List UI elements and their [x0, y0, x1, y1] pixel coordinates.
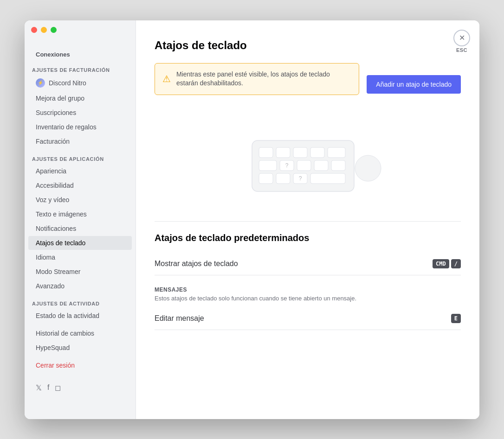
sidebar-item-apariencia[interactable]: Apariencia [28, 164, 132, 178]
key-slash: / [451, 259, 461, 268]
add-shortcut-button[interactable]: Añadir un atajo de teclado [367, 75, 461, 94]
sidebar-item-label: Suscripciones [36, 109, 76, 116]
svg-rect-10 [314, 160, 328, 171]
sidebar-item-label: Accesibilidad [36, 182, 74, 189]
svg-rect-5 [328, 147, 345, 158]
keyboard-svg: ? ? [233, 127, 382, 203]
fullscreen-traffic-light[interactable] [51, 27, 57, 33]
sidebar-item-label: Apariencia [36, 167, 66, 175]
close-button[interactable]: ✕ [453, 30, 470, 46]
shortcut-keys-editar: E [451, 314, 461, 323]
svg-rect-1 [259, 147, 273, 158]
traffic-lights [31, 27, 57, 33]
sidebar-item-modo-streamer[interactable]: Modo Streamer [28, 265, 132, 279]
svg-rect-4 [310, 147, 324, 158]
sidebar-item-label: Facturación [36, 138, 70, 145]
close-traffic-light[interactable] [31, 27, 37, 33]
warning-icon: ⚠ [162, 73, 171, 84]
default-shortcuts-title: Atajos de teclado predeterminados [155, 233, 461, 243]
warning-text: Mientras este panel esté visible, los at… [176, 70, 351, 88]
app-section-label: AJUSTES DE APLICACIÓN [25, 149, 136, 164]
sidebar-item-label: Modo Streamer [36, 268, 80, 275]
sidebar-item-label: Texto e imágenes [36, 210, 87, 218]
svg-rect-3 [293, 147, 307, 158]
activity-section-label: AJUSTES DE ACTIVIDAD [25, 293, 136, 308]
nitro-icon: ⚡ [36, 78, 45, 88]
svg-text:?: ? [299, 175, 302, 182]
svg-rect-13 [276, 173, 290, 184]
sidebar-item-logout[interactable]: Cerrar sesión [28, 358, 132, 372]
sidebar-item-accesibilidad[interactable]: Accesibilidad [28, 178, 132, 192]
svg-rect-6 [259, 160, 277, 171]
shortcut-row-mostrar: Mostrar atajos de teclado CMD / [155, 253, 461, 275]
sidebar-item-discord-nitro[interactable]: ⚡ Discord Nitro [28, 75, 132, 91]
svg-point-17 [355, 155, 381, 181]
twitter-icon[interactable]: 𝕏 [36, 383, 42, 392]
sidebar-item-voz-video[interactable]: Voz y vídeo [28, 193, 132, 207]
sidebar-item-facturacion[interactable]: Facturación [28, 134, 132, 148]
connections-label: Conexiones [25, 44, 136, 60]
sidebar-item-label: Notificaciones [36, 225, 76, 232]
sidebar-item-hypesquad[interactable]: HypeSquad [28, 341, 132, 355]
sidebar-item-label: Avanzado [36, 282, 65, 290]
billing-section-label: AJUSTES DE FACTURACIÓN [25, 60, 136, 75]
page-title: Atajos de teclado [155, 39, 461, 52]
sidebar-item-suscripciones[interactable]: Suscripciones [28, 106, 132, 120]
svg-rect-2 [276, 147, 290, 158]
warning-row: ⚠ Mientras este panel esté visible, los … [155, 63, 461, 106]
sidebar-item-label: Estado de la actividad [36, 312, 99, 319]
messages-section-description: Estos atajos de teclado solo funcionan c… [155, 295, 461, 302]
warning-banner: ⚠ Mientras este panel esté visible, los … [155, 63, 359, 95]
sidebar-item-atajos-teclado[interactable]: Atajos de teclado [28, 236, 132, 250]
svg-rect-12 [259, 173, 273, 184]
sidebar-item-label: Voz y vídeo [36, 196, 69, 204]
facebook-icon[interactable]: f [47, 383, 49, 392]
main-content: ✕ ESC Atajos de teclado ⚠ Mientras este … [136, 20, 479, 419]
social-links: 𝕏 f ◻ [25, 376, 136, 400]
shortcut-keys-mostrar: CMD / [433, 259, 461, 268]
key-cmd: CMD [433, 259, 449, 268]
shortcut-row-editar: Editar mensaje E [155, 307, 461, 330]
minimize-traffic-light[interactable] [41, 27, 47, 33]
sidebar-item-label: Discord Nitro [49, 79, 86, 87]
sidebar-item-label: Atajos de teclado [36, 239, 85, 247]
messages-section-label: MENSAJES [155, 286, 461, 293]
esc-label: ESC [456, 47, 467, 53]
sidebar-item-inventario-regalos[interactable]: Inventario de regalos [28, 120, 132, 134]
section-divider [155, 221, 461, 222]
keyboard-illustration: ? ? [155, 117, 461, 216]
settings-window: Conexiones AJUSTES DE FACTURACIÓN ⚡ Disc… [25, 20, 479, 419]
messages-section: MENSAJES Estos atajos de teclado solo fu… [155, 286, 461, 330]
sidebar: Conexiones AJUSTES DE FACTURACIÓN ⚡ Disc… [25, 20, 136, 419]
sidebar-item-label: HypeSquad [36, 344, 70, 351]
instagram-icon[interactable]: ◻ [55, 383, 61, 392]
shortcut-label-editar: Editar mensaje [155, 314, 204, 323]
key-e: E [451, 314, 461, 323]
svg-rect-16 [310, 173, 345, 184]
logout-label: Cerrar sesión [36, 362, 75, 369]
sidebar-item-estado-actividad[interactable]: Estado de la actividad [28, 309, 132, 323]
sidebar-item-texto-imagenes[interactable]: Texto e imágenes [28, 207, 132, 221]
sidebar-item-label: Mejora del grupo [36, 95, 84, 102]
sidebar-item-label: Inventario de regalos [36, 123, 97, 131]
sidebar-item-label: Historial de cambios [36, 330, 94, 337]
svg-rect-9 [297, 160, 311, 171]
sidebar-item-historial-cambios[interactable]: Historial de cambios [28, 326, 132, 340]
sidebar-item-idioma[interactable]: Idioma [28, 250, 132, 264]
shortcut-label-mostrar: Mostrar atajos de teclado [155, 260, 238, 268]
svg-text:?: ? [285, 162, 289, 169]
svg-rect-11 [331, 160, 345, 171]
sidebar-item-avanzado[interactable]: Avanzado [28, 279, 132, 293]
sidebar-item-label: Idioma [36, 254, 55, 261]
sidebar-item-notificaciones[interactable]: Notificaciones [28, 222, 132, 235]
sidebar-item-mejora-grupo[interactable]: Mejora del grupo [28, 91, 132, 105]
